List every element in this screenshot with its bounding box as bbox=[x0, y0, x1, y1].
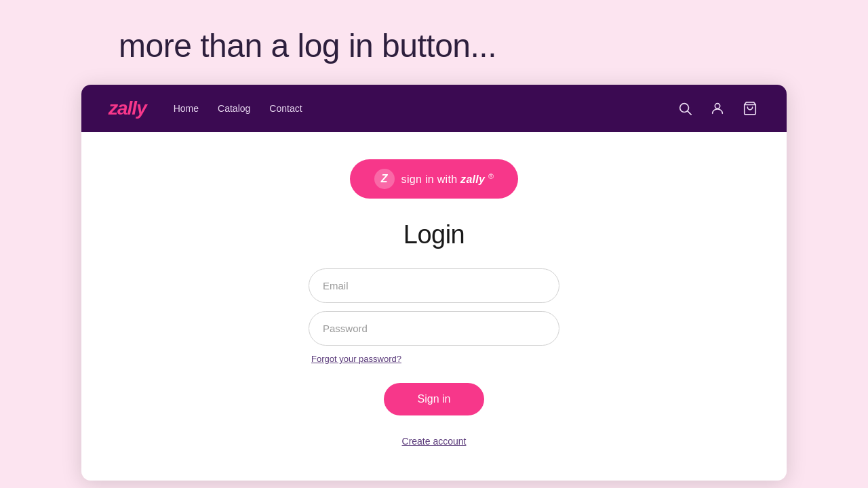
logo[interactable]: zally bbox=[108, 98, 146, 119]
zally-signin-text: sign in with zally ® bbox=[401, 172, 494, 186]
navbar-left: zally Home Catalog Contact bbox=[108, 98, 302, 119]
nav-link-home[interactable]: Home bbox=[174, 103, 199, 114]
zally-signin-button[interactable]: Z sign in with zally ® bbox=[350, 159, 519, 199]
create-account-link[interactable]: Create account bbox=[402, 436, 467, 447]
nav-link-catalog[interactable]: Catalog bbox=[218, 103, 250, 114]
svg-point-2 bbox=[715, 104, 719, 108]
svg-line-1 bbox=[688, 111, 691, 115]
search-icon[interactable] bbox=[675, 99, 694, 118]
cart-icon[interactable] bbox=[741, 99, 760, 118]
login-title: Login bbox=[403, 220, 465, 249]
page-tagline: more than a log in button... bbox=[0, 0, 868, 85]
zally-brand-text: zally bbox=[460, 174, 488, 185]
sign-in-button[interactable]: Sign in bbox=[384, 383, 485, 415]
user-icon[interactable] bbox=[708, 99, 727, 118]
registered-symbol: ® bbox=[488, 172, 494, 180]
nav-links: Home Catalog Contact bbox=[174, 103, 302, 114]
nav-link-contact[interactable]: Contact bbox=[269, 103, 302, 114]
navbar: zally Home Catalog Contact bbox=[81, 85, 787, 132]
main-content: Z sign in with zally ® Login Forgot your… bbox=[81, 132, 787, 481]
login-form: Forgot your password? Sign in Create acc… bbox=[309, 268, 559, 447]
zally-z-icon: Z bbox=[374, 169, 395, 189]
password-input[interactable] bbox=[309, 311, 559, 346]
navbar-right bbox=[675, 99, 760, 118]
browser-window: zally Home Catalog Contact bbox=[81, 85, 787, 481]
forgot-password-link[interactable]: Forgot your password? bbox=[309, 354, 559, 364]
email-input[interactable] bbox=[309, 268, 559, 303]
